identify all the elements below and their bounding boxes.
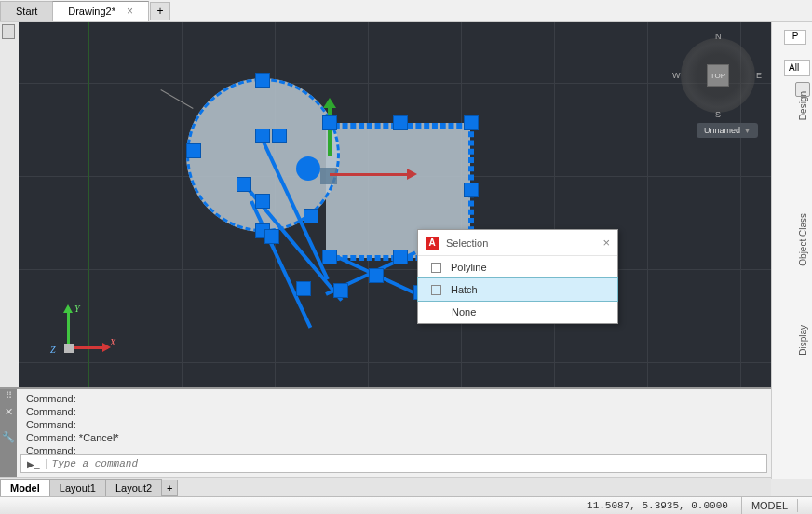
popup-item-label: Polyline	[451, 262, 487, 273]
app-icon: A	[426, 237, 439, 250]
tab-drawing[interactable]: Drawing2* ×	[52, 1, 149, 21]
prompt-icon: ▶_	[21, 459, 47, 469]
viewcube-menu[interactable]: Unnamed	[697, 123, 758, 138]
grip[interactable]	[186, 143, 201, 158]
status-bar: 11.5087, 5.3935, 0.0000 MODEL	[0, 496, 812, 514]
cmd-line: Command:	[26, 418, 765, 431]
grip[interactable]	[237, 177, 251, 192]
cmd-line: Command:	[26, 392, 765, 405]
tab-start[interactable]: Start	[0, 1, 53, 21]
grip[interactable]	[464, 183, 479, 197]
popup-item-label: None	[452, 306, 476, 318]
popup-title: Selection	[446, 237, 488, 249]
drag-handle-icon[interactable]: ⠿	[0, 389, 17, 402]
status-model-button[interactable]: MODEL	[741, 497, 797, 514]
layout-tab-2[interactable]: Layout2	[105, 479, 162, 496]
ucs-icon[interactable]: Y X Z	[50, 307, 115, 372]
grip[interactable]	[393, 250, 408, 264]
command-input[interactable]	[47, 458, 766, 469]
grip[interactable]	[255, 194, 270, 209]
compass-e: E	[756, 71, 762, 80]
toolstrip-toggle[interactable]	[2, 24, 15, 39]
panel-all-dropdown[interactable]: All	[784, 60, 810, 76]
grip[interactable]	[369, 268, 384, 283]
popup-item-none[interactable]: None	[418, 301, 617, 323]
command-panel: ⠿ ✕ 🔧 Command: Command: Command: Command…	[0, 387, 771, 477]
close-icon[interactable]: ×	[602, 236, 610, 250]
wrench-icon[interactable]: 🔧	[0, 431, 17, 443]
grip[interactable]	[255, 128, 270, 143]
grip[interactable]	[255, 73, 270, 88]
grip[interactable]	[393, 115, 408, 130]
panel-tab-object-class[interactable]: Object Class	[796, 204, 810, 276]
viewcube-top[interactable]: TOP	[707, 64, 729, 87]
swatch-icon	[431, 285, 441, 295]
ucs-x-label: X	[110, 337, 115, 347]
compass-n: N	[715, 32, 722, 41]
panel-p-button[interactable]: P	[784, 30, 806, 45]
close-icon[interactable]: ✕	[0, 406, 17, 418]
ucs-origin	[64, 344, 74, 353]
compass-w: W	[672, 71, 681, 80]
ucs-z-label: Z	[50, 345, 56, 355]
ucs-y-label: Y	[74, 304, 80, 314]
panel-tab-design[interactable]: Design	[796, 82, 810, 129]
panel-handle[interactable]: ⠿ ✕ 🔧	[0, 389, 17, 479]
command-history: Command: Command: Command: Command: *Can…	[20, 389, 771, 460]
cmd-line: Command:	[26, 405, 765, 418]
grip[interactable]	[296, 281, 311, 296]
status-coords: 11.5087, 5.3935, 0.0000	[587, 500, 728, 511]
grip[interactable]	[272, 128, 287, 143]
command-input-row: ▶_	[20, 454, 767, 473]
grip[interactable]	[322, 115, 337, 130]
grip[interactable]	[304, 209, 318, 223]
panel-tab-display[interactable]: Display	[796, 316, 810, 365]
layout-tabs: Model Layout1 Layout2 +	[0, 477, 771, 496]
popup-item-polyline[interactable]: Polyline	[418, 256, 617, 278]
grip[interactable]	[333, 283, 348, 298]
cmd-line: Command: *Cancel*	[26, 431, 765, 444]
grip[interactable]	[464, 115, 479, 130]
x-axis-arrow	[330, 173, 413, 176]
view-cube[interactable]: TOP N S E W	[676, 34, 760, 117]
add-layout-button[interactable]: +	[161, 480, 178, 496]
selection-popup: A Selection × Polyline Hatch None	[417, 229, 618, 324]
compass-s: S	[715, 110, 721, 119]
grip[interactable]	[322, 250, 337, 264]
ucs-y-axis	[67, 307, 70, 348]
selection-center-grip[interactable]	[296, 156, 320, 181]
layout-tab-model[interactable]: Model	[0, 479, 50, 496]
popup-header: A Selection ×	[418, 230, 617, 256]
right-panel: P All Design Object Class Display	[771, 22, 812, 479]
document-tabs: Start Drawing2* × +	[0, 0, 812, 22]
grip[interactable]	[264, 229, 279, 244]
status-icon[interactable]	[797, 499, 812, 512]
close-icon[interactable]: ×	[127, 5, 133, 18]
drawing-canvas[interactable]: Y X Z TOP N S E W Unnamed A Selection × …	[19, 22, 771, 387]
popup-item-hatch[interactable]: Hatch	[417, 277, 618, 302]
swatch-icon	[431, 263, 441, 273]
tick-line	[160, 89, 193, 109]
add-tab-button[interactable]: +	[150, 2, 170, 20]
origin-box	[320, 168, 337, 184]
tab-drawing-label: Drawing2*	[68, 6, 115, 17]
popup-item-label: Hatch	[451, 284, 478, 295]
layout-tab-1[interactable]: Layout1	[49, 479, 106, 496]
